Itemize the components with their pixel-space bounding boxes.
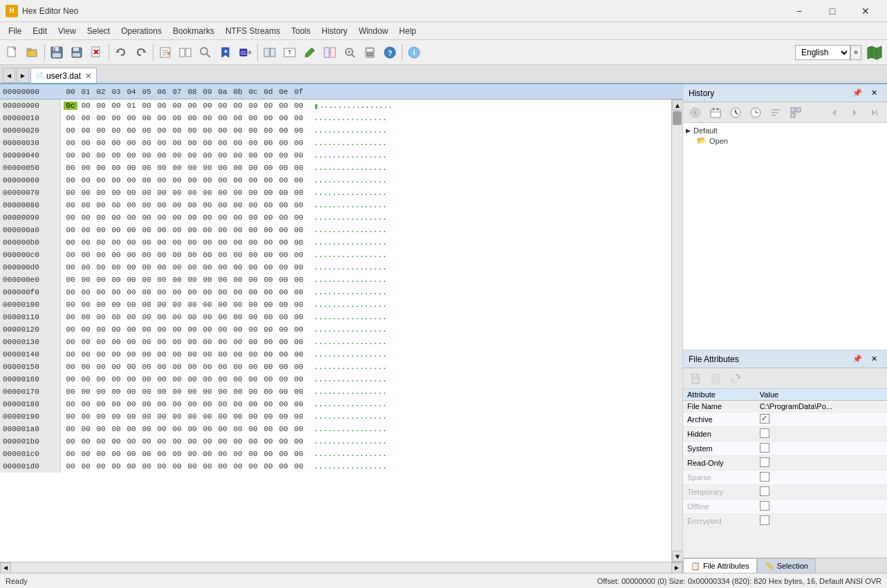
hex-cell[interactable]: 00 xyxy=(94,102,108,110)
hex-cell[interactable]: 00 xyxy=(124,226,138,234)
hex-cell[interactable]: 00 xyxy=(292,176,306,184)
menu-item-edit[interactable]: Edit xyxy=(27,25,53,37)
hex-cell[interactable]: 0c xyxy=(64,102,77,110)
hex-cell[interactable]: 00 xyxy=(216,114,230,122)
hex-cell[interactable]: 00 xyxy=(64,226,77,234)
hex-cell[interactable]: 00 xyxy=(277,450,290,458)
hex-cell[interactable]: 00 xyxy=(277,462,290,471)
hex-cell[interactable]: 00 xyxy=(231,201,245,209)
hex-cell[interactable]: 00 xyxy=(185,276,199,284)
hex-cell[interactable]: 00 xyxy=(277,388,290,396)
hex-cell[interactable]: 00 xyxy=(246,313,260,321)
hex-cell[interactable]: 00 xyxy=(94,375,108,383)
hex-cell[interactable]: 00 xyxy=(200,102,214,110)
hex-cell[interactable]: 00 xyxy=(109,214,123,222)
hex-cell[interactable]: 00 xyxy=(140,288,153,296)
hex-cell[interactable]: 00 xyxy=(109,238,123,247)
hex-cell[interactable]: 00 xyxy=(140,375,153,383)
hex-cell[interactable]: 00 xyxy=(185,114,199,122)
hex-cell[interactable]: 00 xyxy=(292,388,306,396)
hex-cell[interactable]: 00 xyxy=(261,102,275,110)
hex-cell[interactable]: 00 xyxy=(109,176,123,184)
hex-cell[interactable]: 00 xyxy=(64,313,77,321)
hex-cell[interactable]: 00 xyxy=(231,263,245,272)
hex-cell[interactable]: 00 xyxy=(261,126,275,135)
hex-cell[interactable]: 00 xyxy=(124,201,138,209)
map-button[interactable] xyxy=(865,43,884,62)
hex-cell[interactable]: 00 xyxy=(140,325,153,334)
hex-cell[interactable]: 00 xyxy=(140,139,153,147)
hex-cell[interactable]: 00 xyxy=(140,201,153,209)
hex-cell[interactable]: 00 xyxy=(94,139,108,147)
hex-cell[interactable]: 00 xyxy=(246,276,260,284)
hex-cell[interactable]: 00 xyxy=(155,151,169,160)
hex-cell[interactable]: 00 xyxy=(261,437,275,446)
hex-cell[interactable]: 00 xyxy=(140,301,153,309)
hex-cell[interactable]: 00 xyxy=(185,164,199,172)
hex-cell[interactable]: 00 xyxy=(246,201,260,209)
hex-cell[interactable]: 00 xyxy=(170,151,184,160)
hex-cell[interactable]: 00 xyxy=(231,301,245,309)
hex-cell[interactable]: 00 xyxy=(246,375,260,383)
hex-cell[interactable]: 00 xyxy=(64,251,77,259)
hex-cell[interactable]: 01 xyxy=(124,102,138,110)
hex-cell[interactable]: 00 xyxy=(79,126,93,135)
hex-cell[interactable]: 00 xyxy=(155,462,169,471)
hex-cell[interactable]: 00 xyxy=(170,350,184,359)
hex-cell[interactable]: 00 xyxy=(140,462,153,471)
menu-item-window[interactable]: Window xyxy=(353,25,394,37)
hex-cell[interactable]: 00 xyxy=(79,400,93,408)
hex-cell[interactable]: 00 xyxy=(94,176,108,184)
hex-cell[interactable]: 00 xyxy=(140,238,153,247)
hex-cell[interactable]: 00 xyxy=(64,263,77,272)
hex-cell[interactable]: 00 xyxy=(261,288,275,296)
hex-cell[interactable]: 00 xyxy=(79,151,93,160)
hex-cell[interactable]: 00 xyxy=(261,189,275,197)
hex-cell[interactable]: 00 xyxy=(185,263,199,272)
hex-cell[interactable]: 00 xyxy=(94,301,108,309)
table-row[interactable]: 0000019000000000000000000000000000000000… xyxy=(0,410,671,423)
hex-cell[interactable]: 00 xyxy=(79,201,93,209)
hex-cell[interactable]: 00 xyxy=(109,102,123,110)
hex-cell[interactable]: 00 xyxy=(64,139,77,147)
file-attr-checkbox-encrypted[interactable] xyxy=(760,515,769,525)
hex-cell[interactable]: 00 xyxy=(292,164,306,172)
hex-cell[interactable]: 00 xyxy=(109,139,123,147)
table-row[interactable]: 0000016000000000000000000000000000000000… xyxy=(0,373,671,386)
table-row[interactable]: 0000013000000000000000000000000000000000… xyxy=(0,336,671,348)
table-row[interactable]: 0000001000000000000000000000000000000000… xyxy=(0,112,671,124)
table-row[interactable]: 000000d000000000000000000000000000000000… xyxy=(0,261,671,274)
hex-cell[interactable]: 00 xyxy=(155,375,169,383)
hex-cell[interactable]: 00 xyxy=(109,338,123,346)
hex-cell[interactable]: 00 xyxy=(94,226,108,234)
table-row[interactable]: 0000011000000000000000000000000000000000… xyxy=(0,311,671,323)
hex-cell[interactable]: 00 xyxy=(185,437,199,446)
table-row[interactable]: 0000003000000000000000000000000000000000… xyxy=(0,137,671,149)
history-pin-button[interactable]: 📌 xyxy=(850,86,865,101)
table-row[interactable]: 0000005000000000000000000000000000000000… xyxy=(0,162,671,174)
hex-cell[interactable]: 00 xyxy=(155,313,169,321)
hex-cell[interactable]: 00 xyxy=(64,437,77,446)
hex-cell[interactable]: 00 xyxy=(185,412,199,421)
hex-cell[interactable]: 00 xyxy=(79,325,93,334)
hex-cell[interactable]: 00 xyxy=(155,288,169,296)
hex-cell[interactable]: 00 xyxy=(216,251,230,259)
hex-cell[interactable]: 00 xyxy=(124,214,138,222)
menu-item-tools[interactable]: Tools xyxy=(286,25,316,37)
hex-cell[interactable]: 00 xyxy=(94,201,108,209)
hex-cell[interactable]: 00 xyxy=(155,263,169,272)
hex-cell[interactable]: 00 xyxy=(64,425,77,433)
hex-cell[interactable]: 00 xyxy=(246,238,260,247)
language-more-button[interactable]: » xyxy=(850,45,861,60)
hex-cell[interactable]: 00 xyxy=(292,375,306,383)
history-sort-button[interactable] xyxy=(766,103,785,122)
hex-cell[interactable]: 00 xyxy=(140,114,153,122)
hex-cell[interactable]: 00 xyxy=(246,301,260,309)
scroll-thumb[interactable] xyxy=(673,111,682,125)
hex-cell[interactable]: 00 xyxy=(109,400,123,408)
hex-cell[interactable]: 00 xyxy=(79,189,93,197)
hex-cell[interactable]: 00 xyxy=(79,102,93,110)
hex-cell[interactable]: 00 xyxy=(79,350,93,359)
hex-cell[interactable]: 00 xyxy=(64,325,77,334)
hex-cell[interactable]: 00 xyxy=(200,450,214,458)
